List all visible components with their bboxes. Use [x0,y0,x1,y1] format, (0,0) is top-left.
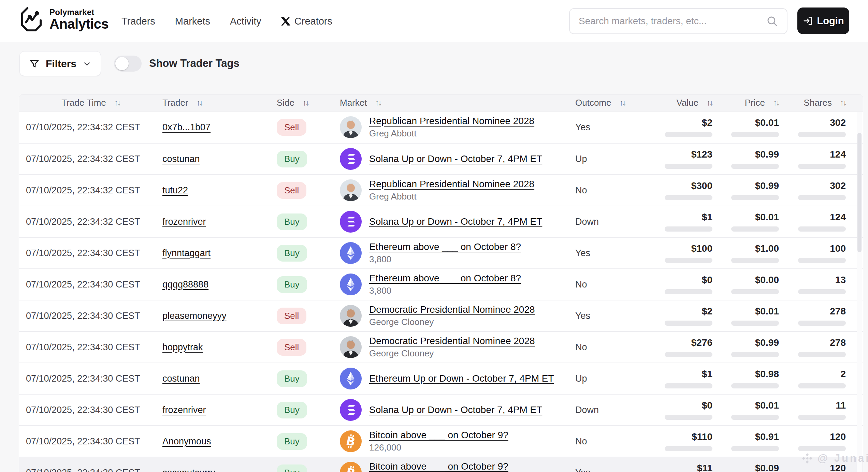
sort-icon[interactable]: ↑↓ [773,98,779,107]
solana-icon [340,211,362,233]
side-badge: Buy [277,245,307,262]
trader-link[interactable]: pleasemoneyyy [162,311,227,321]
trader-link[interactable]: hoppytrak [162,342,203,352]
table-header-row: Trade Time↑↓ Trader↑↓ Side↑↓ Market↑↓ Ou… [19,94,863,112]
column-header-price[interactable]: Price↑↓ [712,98,779,108]
shares-bar [798,415,846,420]
price-bar [731,164,779,169]
value-amount: $11 [697,463,712,472]
search-input[interactable] [579,16,766,27]
side-badge: Buy [277,464,307,472]
value-bar [665,446,712,451]
market-link[interactable]: Solana Up or Down - October 7, 4PM ET [369,404,542,415]
market-subtitle: George Clooney [369,317,535,327]
person-clooney-icon [340,305,362,327]
nav-activity[interactable]: Activity [230,16,261,27]
value-bar [665,352,712,357]
trader-link[interactable]: Anonymous [162,436,211,446]
shares-amount: 13 [835,275,846,285]
market-link[interactable]: Bitcoin above ___ on October 9? [369,461,508,472]
shares-bar [798,352,846,357]
trade-time: 07/10/2025, 22:34:32 CEST [19,122,162,133]
nav-creators[interactable]: Creators [281,16,332,27]
main-nav: Traders Markets Activity Creators [121,0,332,42]
column-header-shares[interactable]: Shares↑↓ [779,98,857,108]
search-box [569,8,787,34]
trader-link[interactable]: qqqq88888 [162,279,208,290]
outcome: No [569,279,654,290]
sort-icon[interactable]: ↑↓ [303,98,308,107]
table-row: 07/10/2025, 22:34:30 CEST hoppytrak Sell… [19,331,863,363]
side-badge: Buy [277,151,307,167]
nav-markets[interactable]: Markets [175,16,210,27]
trader-link[interactable]: costunan [162,373,200,384]
market-link[interactable]: Ethereum above ___ on October 8? [369,273,521,284]
trader-link[interactable]: flynntaggart [162,248,211,258]
outcome: No [569,185,654,196]
outcome: Up [569,154,654,164]
price-amount: $0.99 [755,149,779,160]
market-link[interactable]: Bitcoin above ___ on October 9? [369,430,508,441]
market-link[interactable]: Democratic Presidential Nominee 2028 [369,336,535,346]
shares-bar [798,195,846,200]
person-abbott-icon [340,116,362,138]
market-link[interactable]: Democratic Presidential Nominee 2028 [369,304,535,315]
trader-link[interactable]: frozenriver [162,405,206,415]
market-subtitle: George Clooney [369,348,535,359]
sort-icon[interactable]: ↑↓ [840,98,846,107]
column-header-side[interactable]: Side↑↓ [277,98,340,108]
scrollbar-thumb[interactable] [857,133,862,252]
market-link[interactable]: Republican Presidential Nominee 2028 [369,179,534,190]
value-amount: $100 [691,243,712,254]
price-bar [731,415,779,420]
sort-icon[interactable]: ↑↓ [114,98,120,107]
column-header-outcome[interactable]: Outcome↑↓ [569,98,654,108]
market-subtitle: 126,000 [369,442,508,453]
nav-traders[interactable]: Traders [121,16,155,27]
value-amount: $276 [691,337,712,348]
market-link[interactable]: Republican Presidential Nominee 2028 [369,116,534,127]
table-row: 07/10/2025, 22:34:30 CEST coconutcurry B… [19,457,863,472]
column-header-trade-time[interactable]: Trade Time↑↓ [19,98,162,108]
login-label: Login [817,15,844,27]
filters-button[interactable]: Filters [19,51,101,76]
sort-icon[interactable]: ↑↓ [707,98,712,107]
shares-bar [798,383,846,388]
search-icon[interactable] [766,15,778,27]
trader-link[interactable]: tutu22 [162,185,188,195]
login-button[interactable]: Login [797,8,849,34]
logo-text-polymarket: Polymarket [49,8,108,17]
watermark-text: @ Junaid Khaliq [818,452,868,464]
polymarket-analytics-logo[interactable]: Polymarket Analytics [19,5,108,33]
column-header-value[interactable]: Value↑↓ [654,98,712,108]
outcome: Yes [569,122,654,133]
trader-link[interactable]: coconutcurry [162,468,215,472]
price-amount: $0.99 [755,337,779,348]
sort-icon[interactable]: ↑↓ [197,98,202,107]
trader-link[interactable]: 0x7b...1b07 [162,122,211,132]
sort-icon[interactable]: ↑↓ [375,98,381,107]
trader-link[interactable]: frozenriver [162,217,206,227]
shares-amount: 302 [830,180,846,191]
market-link[interactable]: Solana Up or Down - October 7, 4PM ET [369,153,542,164]
price-amount: $0.01 [755,117,779,128]
trade-time: 07/10/2025, 22:34:30 CEST [19,342,162,353]
diamond-logo-icon [801,452,813,464]
show-trader-tags-toggle[interactable] [114,56,142,72]
price-bar [731,289,779,294]
side-badge: Buy [277,213,307,230]
person-clooney-icon [340,336,362,358]
shares-bar [798,321,846,326]
column-header-market[interactable]: Market↑↓ [340,98,569,108]
table-scrollbar[interactable] [857,112,862,472]
market-link[interactable]: Solana Up or Down - October 7, 4PM ET [369,216,542,227]
market-link[interactable]: Ethereum Up or Down - October 7, 4PM ET [369,373,554,384]
table-body: 07/10/2025, 22:34:32 CEST 0x7b...1b07 Se… [19,112,863,472]
column-header-trader[interactable]: Trader↑↓ [162,98,277,108]
trade-time: 07/10/2025, 22:34:30 CEST [19,405,162,415]
market-link[interactable]: Ethereum above ___ on October 8? [369,241,521,252]
outcome: Yes [569,468,654,472]
sort-icon[interactable]: ↑↓ [620,98,625,107]
table-row: 07/10/2025, 22:34:30 CEST frozenriver Bu… [19,394,863,425]
trader-link[interactable]: costunan [162,154,200,164]
